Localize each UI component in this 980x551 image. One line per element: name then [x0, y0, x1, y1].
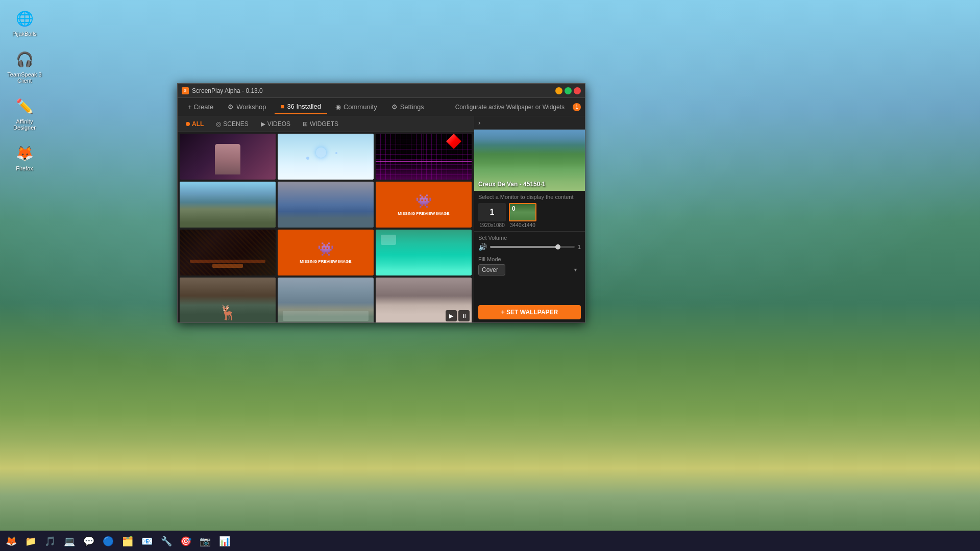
volume-row: 🔊 1 [478, 243, 581, 251]
monitor-thumbs: 1 980x551 0 3440x1440 [478, 203, 581, 228]
community-label: Community [344, 103, 377, 111]
maximize-button[interactable]: □ [565, 87, 572, 94]
set-wallpaper-button[interactable]: + SET WALLPAPER [478, 305, 581, 319]
monitor-label: Select a Monitor to display the content [478, 194, 581, 200]
taskbar-tools[interactable]: 🔧 [157, 532, 176, 550]
filter-all-dot [186, 122, 190, 126]
preview-title: Creux De Van - 45150·1 [478, 181, 545, 188]
filter-widgets-icon: ⊞ [303, 120, 308, 128]
window-controls: − □ ✕ [555, 87, 581, 94]
grid-item-12[interactable]: 4K ▶ ⏸ [376, 278, 472, 322]
close-button[interactable]: ✕ [574, 87, 581, 94]
volume-slider[interactable] [490, 246, 575, 248]
desktop-icons-area: 🌐 PijakBalls 🎧 TeamSpeak 3 Client ✏️ Aff… [0, 0, 49, 180]
monitor-res-1: 980x551 [479, 222, 505, 228]
monitor-thumb-2[interactable]: 0 3440x1440 [509, 203, 536, 228]
nav-create[interactable]: + Create [182, 100, 219, 114]
window-title: ScreenPlay Alpha - 0.13.0 [192, 87, 263, 94]
missing-icon-8: 👾 [317, 241, 334, 257]
workshop-label: Workshop [236, 103, 266, 111]
taskbar-icons: 🦊 📁 🎵 💻 💬 🔵 🗂️ 📧 🔧 🎯 📷 📊 [0, 531, 236, 551]
filter-videos-icon: ▶ [261, 120, 265, 128]
monitor-num-1: 1 [490, 208, 495, 217]
nav-settings[interactable]: ⚙ Settings [385, 100, 430, 114]
grid-item-8[interactable]: 4K 👾 MISSING PREVIEW IMAGE [278, 230, 374, 276]
taskbar: 🦊 📁 🎵 💻 💬 🔵 🗂️ 📧 🔧 🎯 📷 📊 [0, 531, 980, 551]
filter-scenes[interactable]: ◎ SCENES [212, 119, 252, 129]
title-bar-left: S ScreenPlay Alpha - 0.13.0 [182, 87, 263, 94]
settings-icon: ⚙ [391, 103, 398, 111]
grid-item-5[interactable]: 4K [278, 182, 374, 228]
missing-icon-6: 👾 [415, 193, 432, 209]
filter-all-label: ALL [192, 120, 204, 128]
filter-bar: ALL ◎ SCENES ▶ VIDEOS ⊞ WIDGETS [178, 116, 474, 132]
panel-expand-button[interactable]: › [474, 116, 585, 130]
filter-videos[interactable]: ▶ VIDEOS [257, 119, 295, 129]
taskbar-spotify[interactable]: 🎵 [41, 532, 59, 550]
desktop-icon-affinity[interactable]: ✏️ Affinity Designer [4, 92, 45, 135]
grid-item-11[interactable] [278, 278, 374, 322]
play-button-12[interactable]: ▶ [446, 310, 457, 321]
nav-installed[interactable]: ■ 36 Installed [275, 100, 327, 114]
app-icon: S [182, 87, 189, 94]
taskbar-browser[interactable]: 🔵 [99, 532, 117, 550]
config-badge: 1 [573, 103, 581, 111]
grid-item-9[interactable] [376, 230, 472, 276]
filter-all[interactable]: ALL [182, 119, 208, 129]
workshop-icon: ⚙ [228, 103, 234, 111]
filter-widgets-label: WIDGETS [310, 120, 338, 128]
taskbar-camera[interactable]: 📷 [196, 532, 214, 550]
affinity-label: Affinity Designer [6, 118, 43, 131]
desktop-icon-pijakballs[interactable]: 🌐 PijakBalls [4, 4, 45, 41]
desktop-icon-firefox[interactable]: 🦊 Firefox [4, 139, 45, 176]
desktop-icon-teamspeak[interactable]: 🎧 TeamSpeak 3 Client [4, 45, 45, 88]
installed-icon: ■ [281, 103, 285, 110]
volume-fill [490, 246, 558, 248]
fantasy-icon-10: 🦌 [219, 304, 237, 321]
nav-right: Configurate active Wallpaper or Widgets … [451, 102, 581, 113]
play-overlay-12: ▶ ⏸ [446, 310, 470, 321]
fill-mode-label: Fill Mode [478, 256, 581, 262]
preview-image: Creux De Van - 45150·1 [474, 130, 585, 191]
filter-scenes-label: SCENES [223, 120, 248, 128]
create-label: + Create [188, 103, 213, 111]
missing-label-6: MISSING PREVIEW IMAGE [398, 211, 449, 216]
filter-scenes-icon: ◎ [216, 120, 221, 128]
taskbar-app1[interactable]: 🎯 [177, 532, 195, 550]
minimize-button[interactable]: − [555, 87, 562, 94]
monitor-thumb-1[interactable]: 1 980x551 [478, 203, 506, 228]
gallery-panel: ALL ◎ SCENES ▶ VIDEOS ⊞ WIDGETS [178, 116, 474, 322]
monitor-thumb-img-2: 0 [509, 203, 536, 221]
taskbar-chart[interactable]: 📊 [215, 532, 234, 550]
nav-community[interactable]: ◉ Community [329, 100, 383, 114]
monitor-res-2: 3440x1440 [510, 222, 535, 228]
settings-label: Settings [400, 103, 424, 111]
firefox-icon: 🦊 [14, 143, 35, 163]
title-bar: S ScreenPlay Alpha - 0.13.0 − □ ✕ [178, 84, 585, 98]
nav-workshop[interactable]: ⚙ Workshop [222, 100, 272, 114]
grid-item-7[interactable] [180, 230, 276, 276]
pause-button-12[interactable]: ⏸ [458, 310, 470, 321]
filter-widgets[interactable]: ⊞ WIDGETS [299, 119, 342, 129]
grid-item-10[interactable]: 4K 🦌 [180, 278, 276, 322]
taskbar-terminal[interactable]: 💻 [60, 532, 79, 550]
monitor-section: Select a Monitor to display the content … [474, 191, 585, 232]
grid-item-2[interactable] [278, 134, 374, 180]
grid-item-1[interactable] [180, 134, 276, 180]
filter-videos-label: VIDEOS [267, 120, 290, 128]
grid-item-3[interactable] [376, 134, 472, 180]
config-button[interactable]: Configurate active Wallpaper or Widgets [451, 102, 569, 113]
taskbar-email[interactable]: 📧 [138, 532, 156, 550]
taskbar-telegram[interactable]: 💬 [80, 532, 98, 550]
app-window: S ScreenPlay Alpha - 0.13.0 − □ ✕ + Crea… [177, 83, 585, 323]
taskbar-files[interactable]: 📁 [21, 532, 40, 550]
grid-item-4[interactable]: 4K [180, 182, 276, 228]
pijakballs-label: PijakBalls [12, 31, 37, 37]
affinity-icon: ✏️ [14, 96, 35, 116]
volume-thumb [555, 244, 560, 249]
taskbar-files2[interactable]: 🗂️ [118, 532, 137, 550]
wallpaper-grid: 4K 4K 4K 👾 MISSING PREVIEW IMAGE [178, 132, 474, 322]
fill-mode-select[interactable]: Cover Stretch Fill Fit Center [478, 264, 505, 276]
grid-item-6[interactable]: 4K 👾 MISSING PREVIEW IMAGE [376, 182, 472, 228]
taskbar-firefox[interactable]: 🦊 [2, 532, 20, 550]
